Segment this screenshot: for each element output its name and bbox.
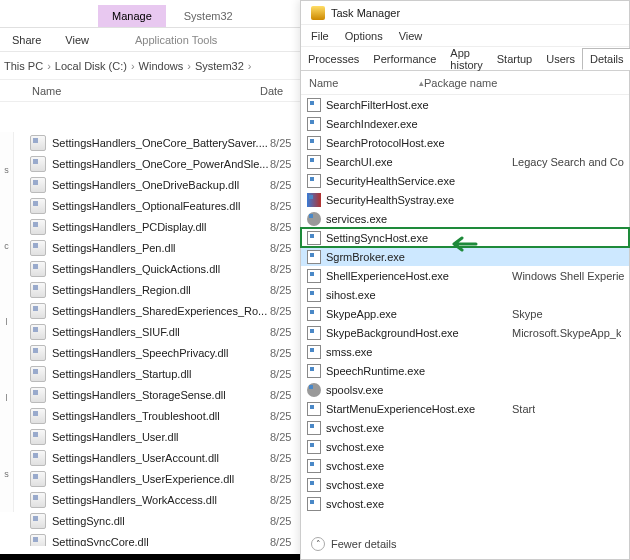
process-row[interactable]: SpeechRuntime.exe [301,361,629,380]
file-name: SettingsHandlers_UserExperience.dll [52,473,270,485]
file-date: 8/25 [270,410,291,422]
process-row[interactable]: SkypeApp.exeSkype [301,304,629,323]
explorer-column-headers[interactable]: Name Date [0,80,303,102]
process-row[interactable]: svchost.exe [301,418,629,437]
file-row[interactable]: SettingsHandlers_SpeechPrivacy.dll8/25 [0,342,303,363]
process-name: SearchFilterHost.exe [326,99,512,111]
process-row[interactable]: svchost.exe [301,456,629,475]
process-row[interactable]: smss.exe [301,342,629,361]
task-manager-column-headers[interactable]: Name ▴ Package name [301,71,629,95]
tab-startup[interactable]: Startup [490,49,539,69]
file-date: 8/25 [270,347,291,359]
process-row[interactable]: SearchIndexer.exe [301,114,629,133]
process-row[interactable]: SearchFilterHost.exe [301,95,629,114]
file-row[interactable]: SettingsHandlers_UserAccount.dll8/25 [0,447,303,468]
process-icon [307,440,321,454]
file-name: SettingsHandlers_SIUF.dll [52,326,270,338]
column-date[interactable]: Date [260,85,283,97]
file-row[interactable]: SettingsHandlers_OptionalFeatures.dll8/2… [0,195,303,216]
process-row[interactable]: SearchUI.exeLegacy Search and Co [301,152,629,171]
breadcrumb-segment[interactable]: This PC [4,60,43,72]
file-row[interactable]: SettingsHandlers_StorageSense.dll8/25 [0,384,303,405]
process-row[interactable]: SecurityHealthService.exe [301,171,629,190]
process-icon [307,288,321,302]
file-row[interactable]: SettingsHandlers_Startup.dll8/25 [0,363,303,384]
file-name: SettingsHandlers_Troubleshoot.dll [52,410,270,422]
breadcrumb-segment[interactable]: Local Disk (C:) [55,60,127,72]
file-name: SettingsHandlers_OneDriveBackup.dll [52,179,270,191]
tab-app-history[interactable]: App history [443,43,489,75]
breadcrumb[interactable]: This PC›Local Disk (C:)›Windows›System32… [0,52,303,80]
process-row[interactable]: SearchProtocolHost.exe [301,133,629,152]
file-row[interactable]: SettingsHandlers_OneCore_PowerAndSle...8… [0,153,303,174]
file-row[interactable]: SettingsHandlers_OneCore_BatterySaver...… [0,132,303,153]
file-name: SettingsHandlers_UserAccount.dll [52,452,270,464]
file-row[interactable]: SettingsHandlers_OneDriveBackup.dll8/25 [0,174,303,195]
process-name: SgrmBroker.exe [326,251,512,263]
task-manager-tabs: ProcessesPerformanceApp historyStartupUs… [301,47,629,71]
process-row[interactable]: services.exe [301,209,629,228]
process-row[interactable]: sihost.exe [301,285,629,304]
process-row[interactable]: SecurityHealthSystray.exe [301,190,629,209]
process-icon [307,402,321,416]
process-row[interactable]: svchost.exe [301,475,629,494]
menu-options[interactable]: Options [345,30,383,42]
process-package: Microsoft.SkypeApp_k [512,327,621,339]
file-row[interactable]: SettingsHandlers_User.dll8/25 [0,426,303,447]
column-package[interactable]: Package name [424,77,497,89]
cmd-application-tools[interactable]: Application Tools [123,30,229,50]
file-name: SettingsHandlers_PCDisplay.dll [52,221,270,233]
task-manager-titlebar[interactable]: Task Manager [301,1,629,25]
file-icon [30,429,46,445]
process-icon [307,421,321,435]
process-name: SkypeApp.exe [326,308,512,320]
menu-file[interactable]: File [311,30,329,42]
process-row[interactable]: ShellExperienceHost.exeWindows Shell Exp… [301,266,629,285]
ribbon-commands: Share View Application Tools [0,28,303,52]
cmd-view[interactable]: View [53,30,101,50]
file-row[interactable]: SettingsHandlers_Region.dll8/25 [0,279,303,300]
file-date: 8/25 [270,536,291,547]
ribbon-tab-manage[interactable]: Manage [98,5,166,27]
file-date: 8/25 [270,494,291,506]
file-row[interactable]: SettingsHandlers_Troubleshoot.dll8/25 [0,405,303,426]
cmd-share[interactable]: Share [0,30,53,50]
process-row[interactable]: StartMenuExperienceHost.exeStart [301,399,629,418]
tab-users[interactable]: Users [539,49,582,69]
explorer-file-list[interactable]: SettingsHandlers_OneCore_BatterySaver...… [0,132,303,546]
process-name: smss.exe [326,346,512,358]
file-row[interactable]: SettingsHandlers_PCDisplay.dll8/25 [0,216,303,237]
file-name: SettingsHandlers_Startup.dll [52,368,270,380]
file-row[interactable]: SettingSyncCore.dll8/25 [0,531,303,546]
tab-performance[interactable]: Performance [366,49,443,69]
fewer-details-toggle[interactable]: ˄ Fewer details [311,537,396,551]
file-name: SettingsHandlers_OptionalFeatures.dll [52,200,270,212]
process-row[interactable]: SkypeBackgroundHost.exeMicrosoft.SkypeAp… [301,323,629,342]
file-icon [30,198,46,214]
file-date: 8/25 [270,452,291,464]
file-icon [30,135,46,151]
ribbon-tab-system32[interactable]: System32 [170,5,247,27]
tab-processes[interactable]: Processes [301,49,366,69]
file-row[interactable]: SettingsHandlers_UserExperience.dll8/25 [0,468,303,489]
column-name[interactable]: Name [32,85,260,97]
process-name: SearchUI.exe [326,156,512,168]
menu-view[interactable]: View [399,30,423,42]
breadcrumb-segment[interactable]: System32 [195,60,244,72]
file-row[interactable]: SettingsHandlers_QuickActions.dll8/25 [0,258,303,279]
process-name: spoolsv.exe [326,384,512,396]
window-edge [0,554,303,560]
process-row[interactable]: spoolsv.exe [301,380,629,399]
file-row[interactable]: SettingsHandlers_Pen.dll8/25 [0,237,303,258]
process-row[interactable]: svchost.exe [301,494,629,513]
breadcrumb-segment[interactable]: Windows [139,60,184,72]
tab-details[interactable]: Details [582,48,630,70]
process-row[interactable]: svchost.exe [301,437,629,456]
file-row[interactable]: SettingSync.dll8/25 [0,510,303,531]
file-icon [30,492,46,508]
file-row[interactable]: SettingsHandlers_SharedExperiences_Ro...… [0,300,303,321]
file-row[interactable]: SettingsHandlers_WorkAccess.dll8/25 [0,489,303,510]
file-row[interactable]: SettingsHandlers_SIUF.dll8/25 [0,321,303,342]
file-name: SettingsHandlers_WorkAccess.dll [52,494,270,506]
task-manager-process-list[interactable]: SearchFilterHost.exeSearchIndexer.exeSea… [301,95,629,527]
